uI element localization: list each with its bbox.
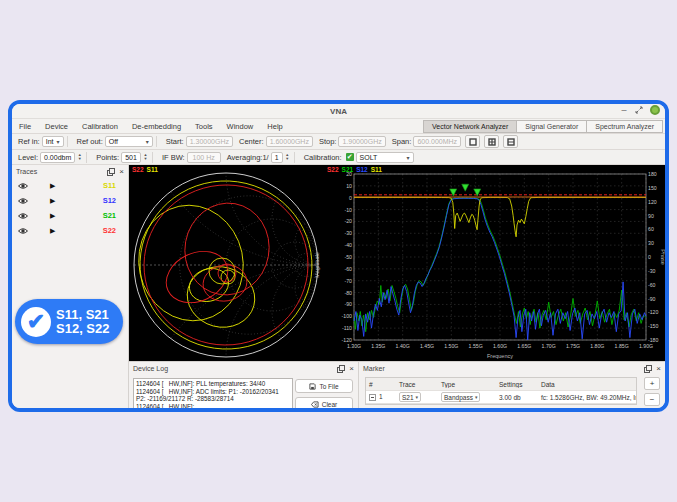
close-button[interactable] (650, 105, 660, 115)
svg-text:-60: -60 (648, 282, 656, 288)
device-log-output[interactable]: 1124604 [ HW,INF]: PLL temperatures: 34/… (133, 378, 293, 412)
trace-label: S22 (103, 226, 116, 235)
chevron-down-icon: ▾ (56, 138, 59, 145)
title-bar[interactable]: VNA – (12, 104, 665, 119)
collapse-icon[interactable] (369, 394, 376, 401)
tab-vector-network-analyzer[interactable]: Vector Network Analyzer (423, 120, 517, 133)
svg-text:1.55G: 1.55G (469, 343, 483, 349)
svg-text:1.35G: 1.35G (371, 343, 385, 349)
close-panel-icon[interactable]: × (119, 168, 124, 176)
desktop: { "window": {"title": "VNA"}, "menu": {"… (0, 0, 677, 502)
menu-item-calibration[interactable]: Calibration (75, 119, 125, 134)
menu-item-de-embedding[interactable]: De-embedding (125, 119, 188, 134)
trace-row-s22[interactable]: ▶S22 (12, 223, 128, 238)
level-label: Level: (18, 153, 38, 162)
acquisition-toolbar: Level: 0.00dbm ▲▼ Points: 501 ▲▼ IF BW: … (12, 150, 665, 165)
trace-row-s12[interactable]: ▶S12 (12, 193, 128, 208)
close-panel-icon[interactable]: × (656, 365, 661, 373)
calibration-select[interactable]: SOLT▾ (356, 152, 414, 163)
remove-marker-button[interactable]: − (644, 393, 660, 406)
svg-text:180: 180 (648, 171, 657, 177)
svg-text:1.60G: 1.60G (493, 343, 507, 349)
span-field[interactable]: 600.000MHz (413, 136, 461, 147)
eye-icon[interactable] (18, 227, 28, 235)
stop-label: Stop: (319, 137, 337, 146)
ifbw-field[interactable]: 100 Hz (187, 152, 221, 163)
column-header-settings: Settings (496, 381, 538, 388)
to-file-button[interactable]: To File (295, 379, 353, 393)
ifbw-label: IF BW: (162, 153, 185, 162)
svg-text:-10: -10 (345, 207, 353, 213)
eye-icon[interactable] (18, 197, 28, 205)
svg-text:-50: -50 (345, 254, 353, 260)
clear-log-button[interactable]: Clear (295, 397, 353, 411)
calibration-checkbox[interactable]: ✔ (346, 153, 354, 161)
menu-item-tools[interactable]: Tools (188, 119, 220, 134)
menu-item-file[interactable]: File (12, 119, 38, 134)
legend-s11: S11 (147, 166, 158, 173)
check-icon: ✔ (21, 307, 51, 337)
minimize-button[interactable]: – (620, 105, 628, 115)
trace-select[interactable]: S21 ▾ (399, 392, 421, 402)
type-select[interactable]: Bandpass ▾ (441, 392, 480, 402)
float-panel-icon[interactable] (644, 365, 652, 373)
magnitude-plot-panel[interactable]: S22S21S12S11 1.30G1.35G1.40G1.45G1.50G1.… (324, 165, 665, 361)
svg-text:-150: -150 (648, 323, 658, 329)
tab-signal-generator[interactable]: Signal Generator (516, 120, 587, 133)
eye-icon[interactable] (18, 182, 28, 190)
marker-table: #TraceTypeSettingsData1S21 ▾Bandpass ▾3.… (365, 377, 637, 405)
single-view-icon (469, 138, 477, 146)
svg-text:30: 30 (648, 240, 654, 246)
device-log-panel: Device Log × 1124604 [ HW,INF]: PLL temp… (129, 361, 359, 412)
menu-item-device[interactable]: Device (38, 119, 75, 134)
expand-triangle-icon[interactable]: ▶ (50, 197, 55, 205)
menu-item-window[interactable]: Window (220, 119, 261, 134)
column-header-data: Data (538, 381, 636, 388)
trace-row-s21[interactable]: ▶S21 (12, 208, 128, 223)
svg-text:1.45G: 1.45G (420, 343, 434, 349)
ref-in-select[interactable]: Int▾ (42, 136, 64, 147)
svg-text:1.75G: 1.75G (566, 343, 580, 349)
averaging-field[interactable]: 1 (271, 152, 283, 163)
view-split-button[interactable] (484, 135, 499, 148)
smith-chart-panel[interactable]: S22S11 Magnitude (129, 165, 324, 361)
eye-icon[interactable] (18, 212, 28, 220)
expand-triangle-icon[interactable]: ▶ (50, 212, 55, 220)
badge-line1: S11, S21 (56, 308, 110, 322)
points-label: Points: (96, 153, 119, 162)
svg-text:1.90G: 1.90G (639, 343, 653, 349)
marker-number-cell[interactable]: 1 (366, 393, 396, 401)
chevron-down-icon: ▾ (475, 394, 478, 400)
marker-trace-cell[interactable]: S21 ▾ (396, 392, 438, 402)
points-spinner[interactable]: ▲▼ (142, 153, 149, 161)
add-marker-button[interactable]: + (644, 377, 660, 390)
expand-triangle-icon[interactable]: ▶ (50, 227, 55, 235)
level-spinner[interactable]: ▲▼ (76, 153, 83, 161)
averaging-label: Averaging:1/ (227, 153, 269, 162)
hsplit-view-icon (507, 138, 515, 146)
marker-row[interactable]: 1S21 ▾Bandpass ▾3.00 dbfc: 1.5286GHz, BW… (366, 391, 636, 404)
menu-item-help[interactable]: Help (260, 119, 289, 134)
close-panel-icon[interactable]: × (349, 365, 354, 373)
level-field[interactable]: 0.00dbm (40, 152, 75, 163)
stop-field[interactable]: 1.90000GHz (338, 136, 385, 147)
trace-label: S11 (103, 181, 116, 190)
svg-text:150: 150 (648, 185, 657, 191)
svg-text:1.30G: 1.30G (347, 343, 361, 349)
marker-settings-cell[interactable]: 3.00 db (496, 394, 538, 401)
float-panel-icon[interactable] (107, 168, 115, 176)
trace-row-s11[interactable]: ▶S11 (12, 178, 128, 193)
averaging-spinner[interactable]: ▲▼ (284, 153, 291, 161)
ref-out-select[interactable]: Off▾ (105, 136, 153, 147)
points-field[interactable]: 501 (121, 152, 141, 163)
marker-type-cell[interactable]: Bandpass ▾ (438, 392, 496, 402)
center-field[interactable]: 1.60000GHz (266, 136, 313, 147)
expand-triangle-icon[interactable]: ▶ (50, 182, 55, 190)
view-hsplit-button[interactable] (503, 135, 518, 148)
start-field[interactable]: 1.30000GHz (186, 136, 233, 147)
view-single-button[interactable] (465, 135, 480, 148)
tab-spectrum-analyzer[interactable]: Spectrum Analyzer (586, 120, 663, 133)
ref-out-label: Ref out: (77, 137, 103, 146)
float-panel-icon[interactable] (337, 365, 345, 373)
maximize-button[interactable] (635, 106, 643, 114)
